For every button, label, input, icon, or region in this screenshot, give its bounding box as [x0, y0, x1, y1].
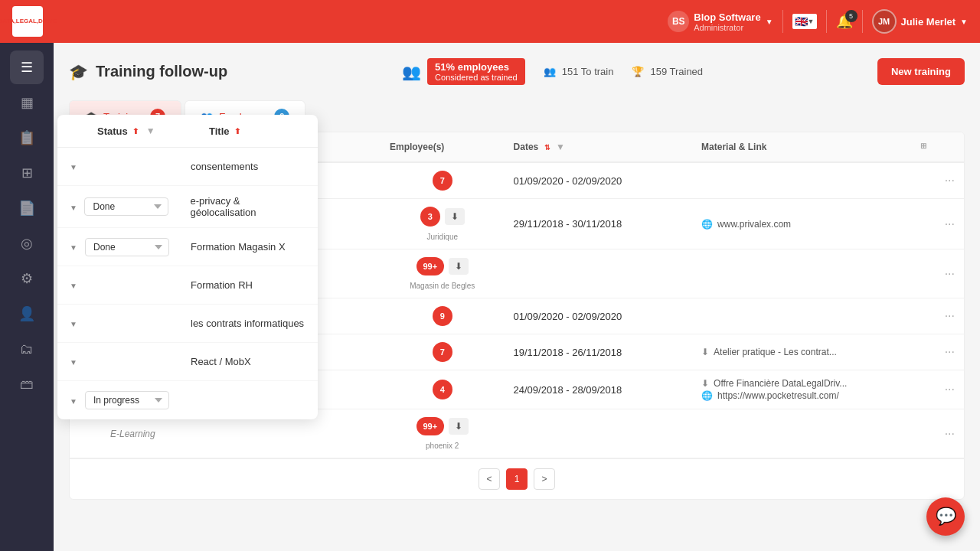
employees-cell-6: 4: [390, 380, 495, 399]
material-url-6: https://www.pocketresult.com/: [717, 390, 839, 401]
sidebar-item-documents[interactable]: 📄: [10, 191, 44, 225]
more-icon-3[interactable]: ···: [945, 267, 955, 280]
employees-icon: 👥: [402, 63, 421, 81]
panel-row-status-7[interactable]: In progress Done To do: [85, 391, 185, 409]
page-title-area: 🎓 Training follow-up: [69, 63, 227, 81]
list-icon: ☰: [21, 59, 33, 76]
material-text-5: Atelier pratique - Les contrat...: [714, 347, 837, 357]
td-employees-7: 99+ ⬇ phoenix 2: [381, 409, 505, 458]
sidebar-item-files[interactable]: 🗂: [10, 332, 44, 366]
bell-badge: 5: [845, 10, 858, 22]
panel-row-1: ▼ consentements: [57, 148, 318, 186]
td-material-1: [692, 162, 936, 199]
logo-text: DATA,LEGAL,DRIVE: [0, 18, 57, 25]
next-page-button[interactable]: >: [534, 468, 555, 490]
row-chevron-7[interactable]: ▼: [70, 395, 85, 406]
user-menu[interactable]: JM Julie Merlet ▼: [872, 9, 968, 34]
flag-chevron-icon: ▼: [808, 18, 815, 25]
more-icon-2[interactable]: ···: [945, 217, 955, 230]
more-icon-1[interactable]: ···: [945, 174, 955, 187]
employee-count-3: 99+: [416, 257, 444, 276]
panel-row-title-3: Formation Magasin X: [185, 241, 286, 253]
download-button-7[interactable]: ⬇: [449, 418, 469, 435]
td-dates-1: 01/09/2020 - 02/09/2020: [505, 162, 693, 199]
td-dates-6: 24/09/2018 - 28/09/2018: [505, 370, 693, 409]
row-chevron-3[interactable]: ▼: [70, 241, 85, 253]
row-chevron-1[interactable]: ▼: [70, 161, 85, 172]
status-select-7[interactable]: In progress Done To do: [85, 391, 169, 409]
status-select-3[interactable]: Done In progress To do: [85, 238, 169, 256]
notifications-bell[interactable]: 🔔 5: [836, 13, 853, 30]
more-icon-6[interactable]: ···: [945, 383, 955, 396]
more-icon-7[interactable]: ···: [945, 427, 955, 440]
sidebar-item-circle[interactable]: ◎: [10, 227, 44, 260]
user-avatar: JM: [872, 9, 897, 34]
logo-area[interactable]: DATA,LEGAL,DRIVE: [12, 6, 43, 37]
row-chevron-5[interactable]: ▼: [70, 318, 85, 329]
sidebar-item-tools[interactable]: ⚙: [10, 262, 44, 295]
more-icon-4[interactable]: ···: [945, 309, 955, 322]
th-employees-label: Employee(s): [390, 142, 444, 152]
row-chevron-4[interactable]: ▼: [70, 279, 85, 291]
td-material-7: [692, 409, 936, 458]
new-training-button[interactable]: New training: [877, 58, 965, 85]
badge-row-2: 3 ⬇: [420, 207, 465, 227]
td-more-6[interactable]: ···: [936, 370, 964, 409]
sidebar-item-database[interactable]: 🗃: [10, 367, 44, 401]
td-more-1[interactable]: ···: [936, 162, 964, 199]
td-more-7[interactable]: ···: [936, 409, 964, 458]
dashboard-icon: ▦: [21, 94, 34, 111]
company-selector[interactable]: BS Blop Software Administrator ▼: [668, 11, 773, 32]
download-button-3[interactable]: ⬇: [449, 258, 469, 275]
sidebar-item-table[interactable]: ⊞: [10, 156, 44, 190]
panel-col-status[interactable]: Status ⬆ ▼: [97, 124, 197, 138]
divider-3: [862, 10, 863, 33]
th-dates[interactable]: Dates ⇅ ▼: [505, 132, 693, 162]
panel-row-title-6: React / MobX: [185, 356, 251, 367]
material-link-2: 🌐 www.privalex.com: [701, 219, 926, 230]
download-icon-6: ⬇: [701, 378, 709, 389]
panel-row-status-3[interactable]: Done In progress To do: [85, 238, 185, 256]
sidebar-item-calendar[interactable]: 📋: [10, 121, 44, 155]
documents-icon: 📄: [18, 200, 35, 217]
dates-filter-button[interactable]: ▼: [553, 140, 568, 154]
more-icon-5[interactable]: ···: [945, 345, 955, 358]
employees-cell-3: 99+ ⬇ Magasin de Begles: [390, 257, 495, 290]
row-chevron-6[interactable]: ▼: [70, 356, 85, 367]
td-material-6: ⬇ Offre Financière DataLegalDriv... 🌐 ht…: [692, 370, 936, 409]
globe-icon-2: 🌐: [701, 219, 713, 230]
files-icon: 🗂: [20, 341, 34, 357]
company-name: Blop Software: [694, 11, 760, 23]
flag-icon: 🇬🇧: [795, 15, 808, 28]
stat-employees-considered: 👥 51% employees Considered as trained: [402, 58, 525, 85]
row-chevron-2[interactable]: ▼: [70, 201, 84, 213]
status-filter-button[interactable]: ▼: [143, 124, 158, 138]
panel-row-title-5: les contrats informatiques: [185, 318, 304, 329]
chat-bubble[interactable]: 💬: [926, 497, 965, 536]
td-more-4[interactable]: ···: [936, 298, 964, 334]
chevron-icon-3: ▼: [70, 243, 77, 252]
stat-percent-text: 51% employees: [435, 61, 509, 73]
employees-cell-2: 3 ⬇ Juridique: [390, 207, 495, 241]
title-sort-icon: ⬆: [234, 127, 240, 135]
sidebar-item-users[interactable]: 👤: [10, 297, 44, 331]
users-icon: 👤: [18, 305, 35, 322]
chevron-icon-4: ▼: [70, 282, 77, 290]
td-more-3[interactable]: ···: [936, 249, 964, 298]
user-chevron-icon: ▼: [960, 18, 968, 26]
th-employees: Employee(s): [381, 132, 505, 162]
td-more-5[interactable]: ···: [936, 334, 964, 370]
training-icon: 🎓: [69, 63, 88, 81]
language-selector[interactable]: 🇬🇧 ▼: [792, 14, 817, 29]
sidebar-item-list[interactable]: ☰: [10, 51, 44, 84]
sidebar-item-dashboard[interactable]: ▦: [10, 86, 44, 119]
td-more-2[interactable]: ···: [936, 199, 964, 249]
panel-row-status-2[interactable]: Done In progress To do: [84, 197, 184, 216]
page-1-button[interactable]: 1: [506, 468, 528, 490]
stat-percent-box: 51% employees Considered as trained: [427, 58, 525, 85]
prev-page-button[interactable]: <: [479, 468, 500, 490]
download-button-2[interactable]: ⬇: [445, 208, 465, 225]
status-select-2[interactable]: Done In progress To do: [84, 197, 168, 216]
panel-col-title[interactable]: Title ⬆: [209, 126, 240, 137]
company-avatar: BS: [668, 11, 689, 32]
